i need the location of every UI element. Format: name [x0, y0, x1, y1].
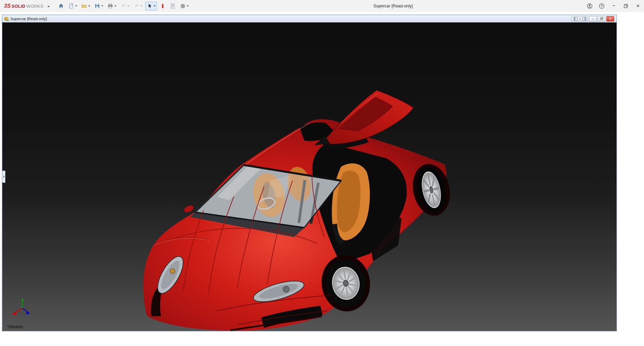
menu-expand-arrow-icon[interactable]: ▸ [45, 4, 52, 8]
feature-manager-collapse-button[interactable] [2, 171, 5, 183]
dropdown-caret-icon[interactable] [75, 5, 77, 7]
split-pane-right-icon [582, 17, 586, 20]
document-titlebar[interactable]: Supercar [Read-only] – [2, 15, 616, 22]
close-button[interactable]: × [632, 0, 644, 12]
dropdown-caret-icon[interactable] [88, 5, 90, 7]
save-icon [94, 3, 100, 9]
dropdown-caret-icon[interactable] [101, 5, 103, 7]
dropdown-caret-icon[interactable] [154, 5, 156, 7]
doc-restore-button[interactable] [598, 16, 605, 21]
app-window-title: Supercar [Read-only] [373, 0, 413, 12]
doc-pane-button-1[interactable] [572, 16, 579, 21]
new-document-button[interactable] [67, 2, 78, 10]
dropdown-caret-icon[interactable] [114, 5, 116, 7]
3ds-logo-icon: 3S [4, 3, 11, 9]
doc-minimize-button[interactable]: – [589, 16, 597, 21]
document-title: Supercar [Read-only] [10, 17, 47, 21]
supercar-model[interactable] [2, 22, 616, 331]
account-button[interactable] [584, 0, 596, 12]
triad-y-axis-icon [21, 298, 24, 301]
dropdown-caret-icon[interactable] [187, 5, 189, 7]
triad-z-axis-icon [26, 311, 30, 314]
doc-close-button[interactable]: × [606, 16, 614, 21]
assembly-document-icon [4, 16, 9, 21]
doc-restore-icon [600, 17, 603, 20]
doc-pane-button-2[interactable] [580, 16, 588, 21]
dropdown-caret-icon[interactable] [141, 5, 143, 7]
dropdown-caret-icon[interactable] [127, 5, 129, 7]
print-button[interactable] [106, 2, 118, 10]
split-pane-left-icon [574, 17, 578, 20]
document-window-controls: – × [572, 16, 615, 21]
home-icon [58, 3, 64, 9]
save-button[interactable] [93, 2, 105, 10]
select-tool-button[interactable] [145, 2, 157, 10]
undo-button[interactable] [119, 2, 131, 10]
help-button[interactable]: ? [596, 0, 608, 12]
solidworks-logo: 3S SOLID WORKS [0, 3, 45, 9]
file-properties-button[interactable] [168, 2, 177, 10]
3d-viewport[interactable]: *Dimetric [2, 22, 616, 331]
3dexperience-button[interactable] [158, 2, 167, 10]
redo-icon [133, 3, 140, 9]
file-properties-icon [170, 3, 176, 9]
gear-icon [180, 3, 186, 9]
options-button[interactable] [178, 2, 190, 10]
quick-access-toolbar [57, 2, 190, 10]
new-document-icon [68, 3, 74, 9]
collapse-arrow-icon [3, 176, 4, 178]
help-icon: ? [598, 3, 605, 9]
undo-icon [120, 3, 126, 9]
restore-button[interactable] [620, 0, 632, 12]
brand-text-solid: SOLID [12, 4, 25, 9]
select-cursor-icon [147, 3, 153, 9]
orientation-triad[interactable] [11, 298, 38, 322]
redo-button[interactable] [132, 2, 144, 10]
view-orientation-label: *Dimetric [7, 325, 23, 329]
open-folder-icon [81, 3, 87, 9]
restore-icon [623, 3, 629, 9]
3dexperience-icon [160, 3, 166, 9]
home-button[interactable] [57, 2, 65, 10]
print-icon [107, 3, 113, 9]
brand-text-works: WORKS [26, 4, 44, 9]
app-titlebar: 3S SOLID WORKS ▸ [0, 0, 644, 12]
app-window-controls: ? – × [584, 0, 644, 12]
svg-text:?: ? [601, 4, 603, 8]
document-window: Supercar [Read-only] – [2, 15, 617, 331]
car-gullwing-door[interactable] [314, 90, 414, 148]
minimize-button[interactable]: – [608, 0, 620, 12]
open-button[interactable] [80, 2, 92, 10]
car-side-mirror[interactable] [183, 204, 195, 214]
user-account-icon [586, 3, 593, 9]
